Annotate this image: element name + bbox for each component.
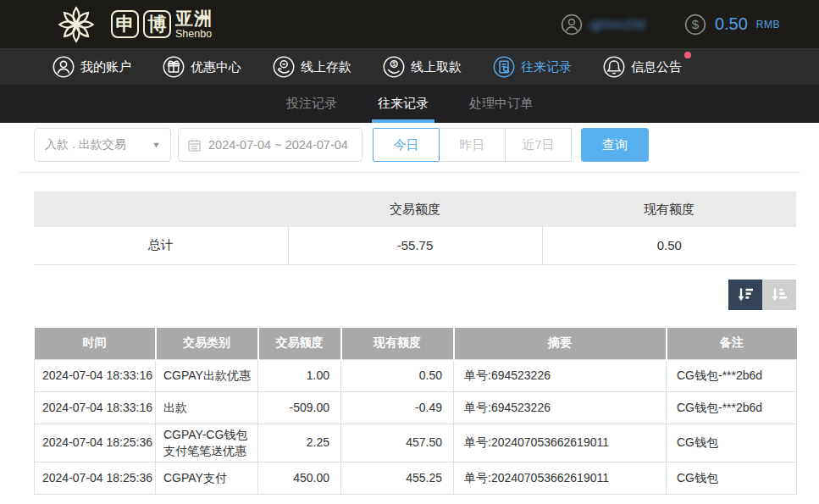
quick-range-today-button[interactable]: 今日	[373, 128, 440, 162]
cell-type: 出款	[156, 392, 258, 424]
nav-label: 线上取款	[411, 59, 462, 75]
section-divider	[19, 172, 800, 173]
quick-range-label: 昨日	[460, 137, 485, 153]
sort-ascending-icon	[769, 285, 789, 305]
col-header-summary: 摘要	[454, 328, 667, 360]
cell-remark: CG钱包-***2b6d	[667, 392, 797, 424]
lotus-flower-icon	[51, 2, 102, 47]
bell-icon	[603, 56, 625, 78]
nav-label: 线上存款	[301, 59, 351, 75]
summary-header-row: 交易额度 现有额度	[34, 191, 796, 227]
nav-label: 往来记录	[521, 59, 572, 75]
cell-time: 2024-07-04 18:25:36	[35, 462, 156, 494]
nav-item-transaction-records[interactable]: 往来记录	[493, 56, 572, 78]
cell-remark: CG钱包-***2b6d	[667, 360, 797, 392]
cell-time: 2024-07-04 18:25:36	[35, 424, 156, 462]
records-icon	[493, 56, 515, 78]
tab-processing-orders[interactable]: 处理中订单	[468, 85, 534, 123]
cell-balance: 0.50	[341, 360, 454, 392]
cell-amount: 2.25	[258, 424, 341, 462]
withdraw-icon: $	[383, 56, 405, 78]
col-header-type: 交易类别	[156, 328, 258, 360]
cell-type: CGPAY支付	[156, 462, 258, 494]
summary-total-label: 总计	[34, 227, 288, 264]
summary-header-balance: 现有额度	[542, 191, 796, 227]
nav-item-my-account[interactable]: 我的账户	[53, 56, 131, 78]
summary-total-balance: 0.50	[542, 227, 796, 264]
cell-time: 2024-07-04 18:33:16	[35, 392, 156, 424]
nav-item-withdraw[interactable]: $ 线上取款	[383, 56, 462, 78]
chevron-down-icon: ▼	[152, 141, 162, 149]
date-range-value: 2024-07-04 ~ 2024-07-04	[208, 138, 348, 152]
transaction-type-select[interactable]: 入款 . 出款交易 ▼	[34, 128, 171, 162]
nav-item-promotions[interactable]: 优惠中心	[163, 56, 241, 78]
cell-type: CGPAY出款优惠	[156, 360, 258, 392]
deposit-icon	[273, 56, 295, 78]
nav-item-announcements[interactable]: 信息公告	[603, 56, 682, 78]
col-header-remark: 备注	[667, 328, 797, 360]
cell-type: CGPAY-CG钱包支付笔笔送优惠	[156, 424, 258, 462]
user-icon	[53, 56, 75, 78]
sort-descending-button[interactable]	[728, 280, 762, 310]
col-header-amount: 交易额度	[258, 328, 341, 360]
cell-remark: CG钱包	[667, 462, 797, 494]
table-row: 2024-07-04 18:25:36 CGPAY支付 450.00 455.2…	[35, 462, 797, 494]
table-row: 2024-07-04 18:25:36 CGPAY-CG钱包支付笔笔送优惠 2.…	[35, 424, 797, 462]
gift-icon	[163, 56, 185, 78]
user-avatar-icon	[561, 14, 583, 36]
quick-range-group: 今日 昨日 近7日	[373, 128, 572, 162]
tab-label: 投注记录	[286, 96, 337, 112]
nav-item-deposit[interactable]: 线上存款	[273, 56, 351, 78]
summary-header-empty	[34, 191, 288, 227]
cell-balance: 457.50	[341, 424, 454, 462]
cell-summary: 单号:694523226	[454, 392, 667, 424]
balance-display[interactable]: $ 0.50 RMB	[684, 14, 780, 36]
summary-total-transaction: -55.75	[288, 227, 542, 264]
transaction-type-value: 入款 . 出款交易	[45, 137, 126, 152]
col-header-time: 时间	[35, 328, 156, 360]
records-header-row: 时间 交易类别 交易额度 现有额度 摘要 备注	[35, 328, 797, 360]
records-table: 时间 交易类别 交易额度 现有额度 摘要 备注 2024-07-04 18:33…	[34, 328, 797, 495]
table-row: 2024-07-04 18:33:16 出款 -509.00 -0.49 单号:…	[35, 392, 797, 424]
tab-label: 处理中订单	[469, 96, 533, 112]
sort-descending-icon	[735, 285, 755, 305]
main-navigation: 我的账户 优惠中心 线上存款 $ 线上取款	[0, 48, 819, 85]
quick-range-last7days-button[interactable]: 近7日	[505, 128, 572, 162]
brand-char-2: 博	[143, 10, 171, 38]
cell-summary: 单号:202407053662619011	[454, 424, 667, 462]
brand-char-1: 申	[111, 10, 139, 38]
tab-transaction-records[interactable]: 往来记录	[376, 85, 430, 123]
summary-table: 交易额度 现有额度 总计 -55.75 0.50	[34, 191, 796, 265]
notification-badge-dot	[684, 52, 691, 58]
cell-summary: 单号:694523226	[454, 360, 667, 392]
quick-range-yesterday-button[interactable]: 昨日	[439, 128, 506, 162]
cell-balance: 455.25	[341, 462, 454, 494]
nav-label: 信息公告	[631, 59, 682, 75]
table-row: 2024-07-04 18:33:16 CGPAY出款优惠 1.00 0.50 …	[35, 360, 797, 392]
dollar-coin-icon: $	[684, 14, 706, 36]
calendar-icon	[187, 138, 202, 152]
cell-amount: 1.00	[258, 360, 341, 392]
tab-betting-records[interactable]: 投注记录	[285, 85, 339, 123]
records-tab-bar: 投注记录 往来记录 处理中订单	[0, 85, 819, 123]
quick-range-label: 今日	[394, 137, 419, 153]
sort-controls	[34, 280, 796, 310]
nav-label: 优惠中心	[191, 59, 241, 75]
svg-text:$: $	[692, 17, 700, 31]
tab-label: 往来记录	[378, 96, 429, 112]
brand-logo[interactable]: 申 博 亚洲 Shenbo	[51, 2, 213, 47]
cell-time: 2024-07-04 18:33:16	[35, 360, 156, 392]
filter-bar: 入款 . 出款交易 ▼ 2024-07-04 ~ 2024-07-04 今日 昨…	[34, 128, 819, 162]
nav-label: 我的账户	[80, 59, 131, 75]
balance-amount: 0.50	[715, 14, 748, 34]
brand-subtitle: Shenbo	[175, 29, 213, 40]
user-account[interactable]: qjhhm258	[561, 14, 645, 36]
date-range-input[interactable]: 2024-07-04 ~ 2024-07-04	[178, 128, 362, 162]
col-header-balance: 现有额度	[341, 328, 454, 360]
quick-range-label: 近7日	[522, 137, 554, 153]
search-button[interactable]: 查询	[581, 128, 649, 162]
sort-ascending-button[interactable]	[762, 280, 796, 310]
username-text: qjhhm258	[589, 17, 645, 31]
top-bar: 申 博 亚洲 Shenbo qjhhm258 $ 0.50 RMB	[0, 0, 819, 48]
summary-header-transaction: 交易额度	[288, 191, 542, 227]
